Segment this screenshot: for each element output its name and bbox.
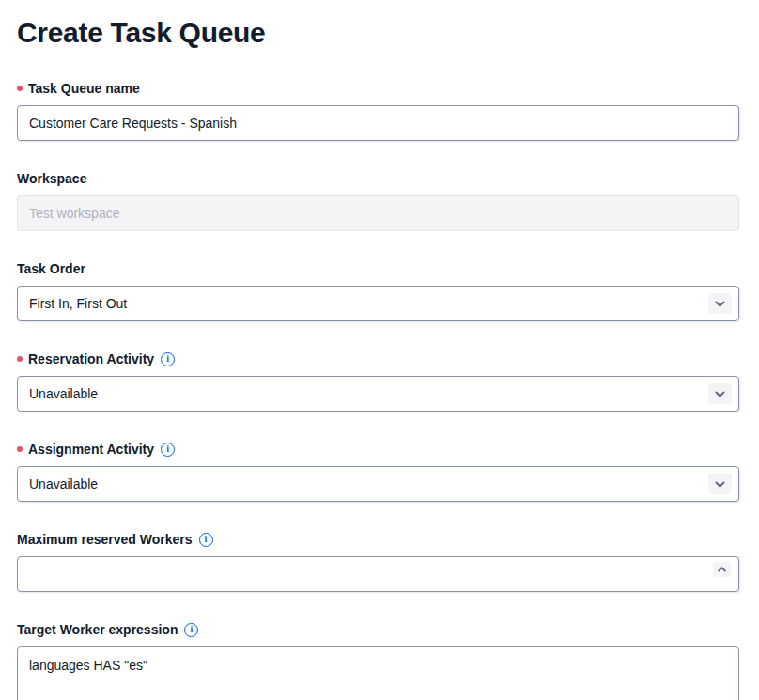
info-icon[interactable]: i — [161, 352, 175, 366]
target-worker-expression-label: Target Worker expression i — [17, 620, 739, 639]
reservation-activity-select[interactable]: Unavailable — [18, 377, 738, 411]
workspace-label: Workspace — [17, 169, 739, 188]
chevron-down-icon — [715, 391, 725, 397]
reservation-activity-selected-value: Unavailable — [29, 386, 98, 401]
field-task-order: Task Order First In, First Out — [17, 259, 739, 321]
chevron-up-icon — [718, 567, 726, 572]
required-indicator — [17, 356, 23, 362]
info-icon[interactable]: i — [184, 623, 198, 637]
target-worker-expression-label-text: Target Worker expression — [17, 620, 178, 639]
task-queue-name-label: Task Queue name — [17, 79, 739, 98]
task-queue-name-control — [17, 105, 739, 141]
task-order-control: First In, First Out — [17, 286, 739, 321]
maximum-reserved-workers-input[interactable] — [18, 557, 738, 591]
field-target-worker-expression: Target Worker expression i — [17, 620, 739, 700]
workspace-label-text: Workspace — [17, 169, 86, 188]
chevron-down-icon — [715, 481, 725, 488]
required-indicator — [17, 86, 23, 91]
chevron-down-icon — [715, 301, 725, 307]
workspace-control — [17, 195, 739, 231]
info-icon[interactable]: i — [199, 533, 213, 547]
assignment-activity-selected-value: Unavailable — [29, 476, 98, 491]
reservation-activity-control: Unavailable — [17, 376, 739, 412]
field-reservation-activity: Reservation Activity i Unavailable — [17, 350, 739, 412]
assignment-activity-label: Assignment Activity i — [17, 440, 739, 459]
task-order-select[interactable]: First In, First Out — [18, 287, 738, 320]
assignment-activity-label-text: Assignment Activity — [28, 440, 154, 459]
page-title: Create Task Queue — [17, 15, 739, 51]
assignment-activity-select[interactable]: Unavailable — [18, 467, 738, 501]
field-assignment-activity: Assignment Activity i Unavailable — [17, 440, 739, 502]
task-queue-name-label-text: Task Queue name — [28, 79, 140, 98]
reservation-activity-label-text: Reservation Activity — [28, 350, 154, 368]
task-order-selected-value: First In, First Out — [29, 296, 127, 311]
assignment-activity-control: Unavailable — [17, 466, 739, 502]
field-maximum-reserved-workers: Maximum reserved Workers i — [17, 530, 739, 592]
create-task-queue-form: Create Task Queue Task Queue name Worksp… — [0, 0, 759, 700]
maximum-reserved-workers-label: Maximum reserved Workers i — [17, 530, 739, 549]
task-order-label-text: Task Order — [17, 259, 85, 278]
reservation-activity-dropdown-button[interactable] — [708, 383, 732, 404]
target-worker-expression-control — [17, 646, 739, 700]
maximum-reserved-workers-control — [17, 556, 739, 592]
workspace-input — [18, 196, 738, 230]
reservation-activity-label: Reservation Activity i — [17, 350, 739, 368]
task-queue-name-input[interactable] — [18, 106, 738, 140]
required-indicator — [17, 446, 23, 452]
field-workspace: Workspace — [17, 169, 739, 231]
info-icon[interactable]: i — [161, 443, 175, 457]
target-worker-expression-textarea[interactable] — [18, 647, 738, 700]
task-order-label: Task Order — [17, 259, 739, 278]
field-task-queue-name: Task Queue name — [17, 79, 739, 141]
maximum-reserved-workers-label-text: Maximum reserved Workers — [17, 530, 193, 549]
stepper-up-button[interactable] — [713, 562, 731, 577]
assignment-activity-dropdown-button[interactable] — [708, 474, 732, 494]
task-order-dropdown-button[interactable] — [708, 293, 732, 314]
